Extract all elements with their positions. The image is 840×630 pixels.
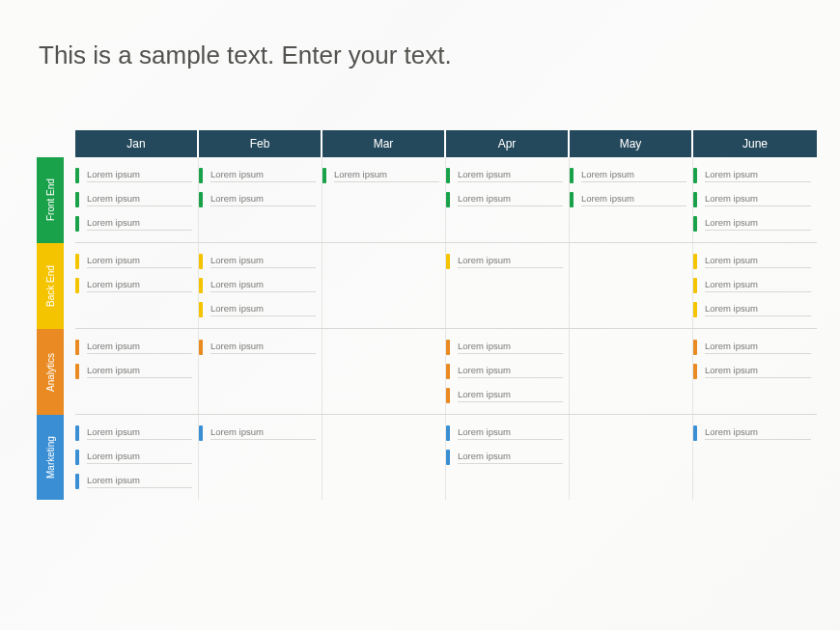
task-tick-icon [693, 425, 697, 441]
month-column: Lorem ipsumLorem ipsumLorem ipsum [75, 157, 199, 242]
task-tick-icon [446, 254, 450, 269]
task-label: Lorem ipsum [705, 217, 811, 231]
task-item: Lorem ipsum [693, 363, 811, 380]
task-item: Lorem ipsum [693, 425, 811, 442]
task-tick-icon [199, 168, 203, 183]
month-column: Lorem ipsum [199, 329, 322, 414]
task-tick-icon [199, 192, 203, 207]
task-item: Lorem ipsum [693, 277, 811, 294]
month-column [570, 329, 693, 414]
task-label: Lorem ipsum [705, 303, 811, 316]
task-label: Lorem ipsum [210, 341, 316, 354]
month-column [322, 243, 446, 328]
task-label: Lorem ipsum [210, 193, 316, 206]
task-tick-icon [75, 168, 79, 183]
task-tick-icon [570, 168, 574, 183]
category-body: Lorem ipsumLorem ipsumLorem ipsumLorem i… [75, 243, 817, 329]
task-tick-icon [446, 425, 450, 441]
month-column [322, 415, 446, 500]
month-header: Mar [322, 130, 446, 157]
task-item: Lorem ipsum [693, 167, 811, 184]
task-tick-icon [693, 216, 697, 232]
task-label: Lorem ipsum [334, 169, 439, 182]
month-header: June [693, 130, 817, 157]
task-label: Lorem ipsum [87, 169, 192, 182]
task-label: Lorem ipsum [210, 255, 316, 268]
task-item: Lorem ipsum [75, 215, 192, 233]
month-column: Lorem ipsumLorem ipsum [199, 157, 322, 242]
month-column: Lorem ipsumLorem ipsumLorem ipsum [75, 415, 199, 500]
task-tick-icon [75, 474, 79, 489]
task-label: Lorem ipsum [458, 365, 563, 378]
month-column: Lorem ipsumLorem ipsumLorem ipsum [199, 243, 322, 328]
month-column [570, 243, 693, 328]
category-rows: Front EndLorem ipsumLorem ipsumLorem ips… [37, 157, 817, 500]
task-tick-icon [693, 192, 697, 207]
category-row: MarketingLorem ipsumLorem ipsumLorem ips… [37, 415, 817, 500]
task-item: Lorem ipsum [75, 277, 192, 294]
task-label: Lorem ipsum [705, 279, 811, 292]
task-label: Lorem ipsum [581, 169, 686, 182]
task-item: Lorem ipsum [693, 191, 811, 208]
task-item: Lorem ipsum [693, 253, 811, 270]
task-tick-icon [322, 168, 326, 183]
category-row: AnalyticsLorem ipsumLorem ipsumLorem ips… [37, 329, 817, 415]
task-item: Lorem ipsum [199, 191, 316, 208]
month-header: May [570, 130, 693, 157]
task-label: Lorem ipsum [705, 365, 811, 378]
task-label: Lorem ipsum [705, 341, 811, 354]
task-label: Lorem ipsum [458, 426, 563, 440]
task-tick-icon [693, 168, 697, 183]
task-item: Lorem ipsum [446, 449, 563, 466]
category-body: Lorem ipsumLorem ipsumLorem ipsumLorem i… [75, 415, 817, 500]
task-item: Lorem ipsum [75, 425, 192, 442]
task-tick-icon [693, 364, 697, 379]
task-tick-icon [75, 254, 79, 269]
category-tab: Analytics [37, 329, 64, 415]
category-tab: Back End [37, 243, 64, 329]
task-label: Lorem ipsum [87, 279, 192, 292]
category-row: Front EndLorem ipsumLorem ipsumLorem ips… [37, 157, 817, 243]
task-item: Lorem ipsum [75, 363, 192, 380]
task-label: Lorem ipsum [458, 389, 563, 402]
task-tick-icon [199, 425, 203, 441]
task-label: Lorem ipsum [581, 193, 686, 206]
task-item: Lorem ipsum [199, 339, 316, 356]
month-column: Lorem ipsumLorem ipsum [446, 157, 570, 242]
task-label: Lorem ipsum [458, 451, 563, 464]
task-item: Lorem ipsum [446, 387, 563, 404]
task-label: Lorem ipsum [458, 341, 563, 354]
task-item: Lorem ipsum [75, 253, 192, 270]
task-tick-icon [446, 364, 450, 379]
task-label: Lorem ipsum [458, 193, 563, 206]
month-column: Lorem ipsum [693, 415, 817, 500]
task-label: Lorem ipsum [87, 341, 192, 354]
task-tick-icon [75, 278, 79, 293]
month-column: Lorem ipsum [446, 243, 570, 328]
task-label: Lorem ipsum [87, 193, 192, 206]
category-tab: Marketing [37, 415, 64, 500]
month-column: Lorem ipsumLorem ipsum [446, 415, 570, 500]
task-label: Lorem ipsum [210, 303, 316, 316]
task-label: Lorem ipsum [87, 255, 192, 268]
task-tick-icon [446, 388, 450, 403]
task-item: Lorem ipsum [199, 277, 316, 294]
task-item: Lorem ipsum [199, 301, 316, 318]
task-item: Lorem ipsum [570, 191, 686, 208]
task-item: Lorem ipsum [322, 167, 439, 184]
task-item: Lorem ipsum [446, 425, 563, 442]
task-tick-icon [446, 450, 450, 465]
task-tick-icon [446, 192, 450, 207]
category-body: Lorem ipsumLorem ipsumLorem ipsumLorem i… [75, 157, 817, 243]
task-label: Lorem ipsum [705, 255, 811, 268]
task-item: Lorem ipsum [199, 167, 316, 184]
month-column: Lorem ipsumLorem ipsum [693, 329, 817, 414]
task-label: Lorem ipsum [87, 365, 192, 378]
task-tick-icon [446, 168, 450, 183]
task-item: Lorem ipsum [446, 363, 563, 380]
task-tick-icon [75, 192, 79, 207]
task-tick-icon [75, 425, 79, 441]
task-tick-icon [693, 254, 697, 269]
task-label: Lorem ipsum [458, 255, 563, 268]
task-item: Lorem ipsum [693, 215, 811, 233]
